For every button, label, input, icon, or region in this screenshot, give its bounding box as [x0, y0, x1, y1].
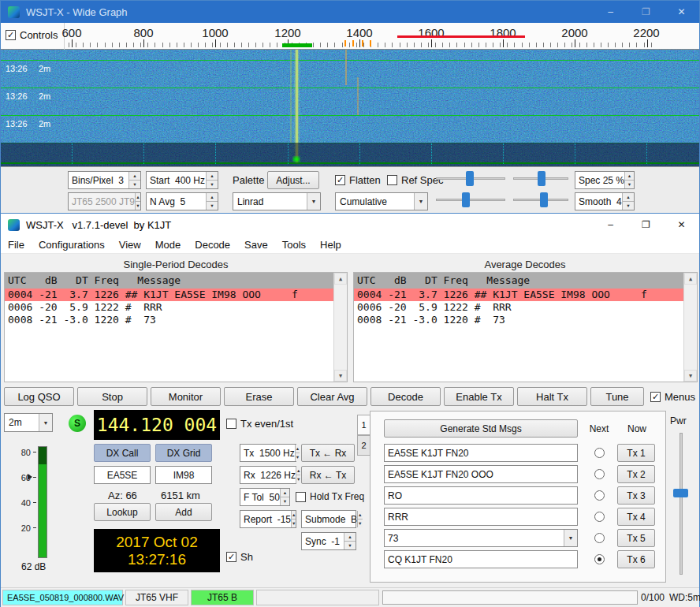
chevron-down-icon[interactable]: ▼ — [414, 193, 427, 210]
tx5-next-radio[interactable] — [594, 533, 605, 543]
checkbox-box[interactable] — [387, 175, 397, 185]
spin-down-icon[interactable]: ▼ — [207, 202, 218, 210]
tx-from-rx-button[interactable]: Tx ← Rx — [301, 444, 355, 462]
spin-down-icon[interactable]: ▼ — [358, 519, 362, 527]
spin-down-icon[interactable]: ▼ — [296, 475, 300, 483]
report-spinner[interactable]: Report -15 ▲▼ — [240, 510, 296, 528]
spin-down-icon[interactable]: ▼ — [344, 542, 356, 549]
zero2-slider[interactable] — [513, 191, 568, 208]
spin-down-icon[interactable]: ▼ — [281, 497, 289, 505]
tx-freq-marker[interactable] — [282, 43, 312, 47]
spin-up-icon[interactable]: ▲ — [292, 511, 296, 519]
maximize-icon[interactable]: ❐ — [628, 1, 664, 23]
menu-view[interactable]: View — [112, 236, 148, 253]
pwr-slider-track[interactable] — [680, 433, 683, 575]
dx-call-field[interactable]: EA5SE — [94, 466, 151, 484]
controls-checkbox[interactable]: ✓ Controls — [6, 29, 58, 41]
single-period-decodes-panel[interactable]: UTC dB DT Freq Message 0004 -21 3.7 1226… — [4, 272, 348, 382]
spin-up-icon[interactable]: ▲ — [625, 172, 634, 181]
tx4-now-button[interactable]: Tx 4 — [617, 508, 655, 526]
decode-button[interactable]: Decode — [370, 387, 441, 406]
tx1-message-field[interactable]: EA5SE K1JT FN20 — [384, 444, 578, 462]
spin-down-icon[interactable]: ▼ — [625, 181, 634, 188]
spec-spinner[interactable]: Spec 25 % ▲▼ — [575, 171, 635, 189]
spin-down-icon[interactable]: ▼ — [129, 181, 140, 188]
tx2-now-button[interactable]: Tx 2 — [617, 465, 655, 483]
tx-freq-spinner[interactable]: Tx 1500 Hz ▲▼ — [240, 444, 296, 462]
decode-row[interactable]: 0006 -20 5.9 1222 # RRR — [5, 301, 333, 314]
smooth-spinner[interactable]: Smooth 4 ▲▼ — [575, 192, 635, 210]
log-qso-button[interactable]: Log QSO — [4, 387, 74, 406]
tab-1[interactable]: 1 — [357, 415, 370, 435]
tx4-next-radio[interactable] — [594, 512, 605, 522]
checkbox-check-icon[interactable]: ✓ — [335, 175, 345, 185]
checkbox-box[interactable] — [226, 419, 236, 429]
scroll-down-icon[interactable]: ▼ — [334, 370, 347, 382]
clear-avg-button[interactable]: Clear Avg — [297, 387, 367, 406]
rx-range-marker[interactable] — [397, 35, 525, 38]
slider-handle[interactable] — [538, 171, 545, 186]
waterfall-display[interactable]: 13:26 2m 13:26 2m 13:26 2m — [1, 50, 699, 166]
close-icon[interactable]: ✕ — [664, 214, 699, 236]
decode-row[interactable]: 0006 -20 5.9 1222 # RRR — [354, 301, 683, 314]
spin-up-icon[interactable]: ▲ — [344, 533, 356, 542]
n-avg-spinner[interactable]: N Avg 5 ▲▼ — [146, 192, 218, 210]
checkbox-box[interactable] — [296, 492, 306, 502]
decode-row[interactable]: 0008 -21 -3.0 1220 # 73 — [5, 314, 333, 326]
lookup-button[interactable]: Lookup — [94, 503, 151, 521]
menu-file[interactable]: File — [1, 236, 32, 253]
dx-call-button[interactable]: DX Call — [94, 444, 151, 462]
submode-spinner[interactable]: Submode B ▲▼ — [301, 510, 356, 528]
spin-down-icon[interactable]: ▼ — [207, 181, 218, 188]
menus-checkbox[interactable]: ✓ Menus — [650, 391, 695, 403]
decode-row[interactable]: 0004 -21 3.7 1226 ## K1JT EA5SE IM98 OOO… — [5, 289, 333, 301]
spin-down-icon[interactable]: ▼ — [292, 519, 296, 527]
spin-up-icon[interactable]: ▲ — [296, 467, 300, 475]
gain-slider[interactable] — [436, 169, 505, 187]
menu-decode[interactable]: Decode — [188, 236, 237, 253]
chevron-down-icon[interactable]: ▼ — [564, 530, 577, 546]
dx-grid-button[interactable]: DX Grid — [155, 444, 212, 462]
add-button[interactable]: Add — [155, 503, 212, 521]
tx6-message-field[interactable]: CQ K1JT FN20 — [384, 550, 578, 568]
slider-handle[interactable] — [540, 192, 548, 207]
maximize-icon[interactable]: ❐ — [628, 214, 664, 236]
tx2-next-radio[interactable] — [594, 469, 605, 479]
tx3-next-radio[interactable] — [594, 490, 605, 501]
chevron-down-icon[interactable]: ▼ — [307, 193, 320, 210]
menu-tools[interactable]: Tools — [275, 236, 313, 253]
menu-mode[interactable]: Mode — [148, 236, 188, 253]
checkbox-check-icon[interactable]: ✓ — [650, 392, 661, 402]
spin-up-icon[interactable]: ▲ — [207, 193, 218, 202]
scrollbar[interactable]: ▲▼ — [333, 273, 347, 382]
spin-up-icon[interactable]: ▲ — [281, 489, 289, 497]
decode-row[interactable]: 0004 -21 3.7 1226 ## K1JT EA5SE IM98 OOO… — [354, 289, 683, 301]
enable-tx-button[interactable]: Enable Tx — [444, 387, 514, 406]
menu-help[interactable]: Help — [313, 236, 348, 253]
chevron-down-icon[interactable]: ▼ — [39, 414, 52, 431]
close-icon[interactable]: ✕ — [664, 1, 699, 23]
erase-button[interactable]: Erase — [224, 387, 294, 406]
checkbox-check-icon[interactable]: ✓ — [226, 552, 236, 562]
spin-up-icon[interactable]: ▲ — [207, 172, 218, 181]
menu-save[interactable]: Save — [237, 236, 275, 253]
flatten-checkbox[interactable]: ✓ Flatten — [335, 174, 381, 186]
scroll-up-icon[interactable]: ▲ — [334, 273, 347, 285]
tx-even-checkbox[interactable]: Tx even/1st — [226, 418, 293, 430]
decode-row[interactable]: 0008 -21 -3.0 1220 # 73 — [354, 314, 683, 326]
dx-grid-field[interactable]: IM98 — [155, 466, 212, 484]
palette-select[interactable]: Linrad ▼ — [233, 192, 321, 210]
zero-slider[interactable] — [513, 169, 568, 187]
tx1-next-radio[interactable] — [594, 448, 605, 458]
scroll-down-icon[interactable]: ▼ — [684, 370, 697, 382]
scroll-up-icon[interactable]: ▲ — [684, 273, 697, 285]
tx5-message-combo[interactable]: 73 ▼ — [384, 529, 578, 547]
menu-configurations[interactable]: Configurations — [32, 236, 112, 253]
minimize-icon[interactable]: – — [593, 214, 628, 236]
band-select[interactable]: 2m ▼ — [4, 413, 53, 432]
tx1-now-button[interactable]: Tx 1 — [617, 444, 655, 462]
slider-handle[interactable] — [462, 192, 470, 207]
tx3-message-field[interactable]: RO — [384, 486, 578, 505]
start-freq-spinner[interactable]: Start 400 Hz ▲▼ — [146, 171, 218, 189]
gain2-slider[interactable] — [436, 191, 505, 208]
